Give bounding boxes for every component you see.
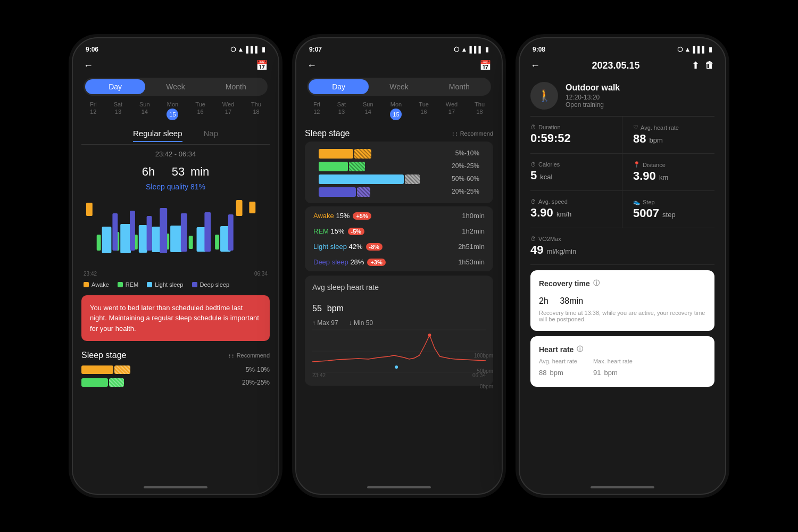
avg-hr-card-val: 88 bpm: [539, 364, 577, 378]
sleep-duration: 6h 53 min: [73, 158, 278, 180]
metric-speed: ⏱ Avg. speed 3.90 km/h: [530, 191, 622, 228]
battery-icon: ▮: [262, 46, 265, 53]
hr-value: 55 bpm: [312, 294, 486, 316]
sleep-tab-regular[interactable]: Regular sleep: [133, 129, 182, 142]
scroll-area-3[interactable]: 🚶 Outdoor walk 12:20-13:20 Open training…: [520, 76, 725, 481]
phones-container: 9:06 ⬡ ▲ ▌▌▌ ▮ ← 📅 Day Week Month Fri12 …: [72, 37, 726, 495]
stage-row-2-1: 5%-10%: [310, 147, 488, 160]
svg-rect-8: [215, 235, 219, 250]
tab-day-2[interactable]: Day: [309, 79, 369, 94]
signal-icon-2: ▌▌▌: [469, 46, 483, 53]
day-mon-today-2[interactable]: Mon15: [390, 101, 402, 120]
stat-deep-2: Deep sleep 28%+3% 1h53min: [313, 258, 485, 266]
day-sat[interactable]: Sat13: [114, 101, 123, 120]
tab-week-2[interactable]: Week: [369, 79, 429, 94]
stage-row-2-4: 20%-25%: [310, 185, 488, 198]
phone-1: 9:06 ⬡ ▲ ▌▌▌ ▮ ← 📅 Day Week Month Fri12 …: [72, 37, 279, 495]
sleep-stage-header-2: Sleep stage ⫶⫶ Recommend: [296, 123, 502, 142]
workout-title: Outdoor walk: [566, 83, 714, 93]
metric-distance: 📍 Distance 3.90 km: [622, 154, 714, 191]
day-fri[interactable]: Fri12: [90, 101, 97, 120]
duration-minutes: 53: [172, 165, 185, 178]
metric-vo2: ⏱ VO2Max 49 ml/kg/min: [530, 228, 622, 265]
workout-type: Open training: [566, 101, 714, 109]
day-wed-2[interactable]: Wed17: [446, 101, 458, 120]
svg-rect-19: [160, 208, 167, 253]
tab-day-1[interactable]: Day: [85, 79, 145, 94]
duration-unit: min: [190, 165, 209, 178]
phone-3-content: ← 2023.05.15 ⬆ 🗑 🚶 Outdoor walk 12:20-13…: [520, 55, 725, 481]
metrics-grid: ⏱ Duration 0:59:52 ♡ Avg. heart rate 88 …: [520, 117, 725, 265]
distance-value: 3.90 km: [633, 169, 714, 183]
phone-1-content: ← 📅 Day Week Month Fri12 Sat13 Sun14 Mon…: [73, 55, 278, 481]
back-icon-1[interactable]: ←: [84, 60, 93, 71]
recommend-label-1: ⫶⫶ Recommend: [228, 352, 270, 359]
legend-deep: Deep sleep: [192, 281, 230, 288]
stat-rem-2: REM 15%-5% 1h2min: [313, 227, 485, 235]
svg-rect-13: [170, 226, 182, 252]
sleep-tabs: Regular sleep Nap: [81, 123, 270, 145]
scroll-area-2[interactable]: Sleep stage ⫶⫶ Recommend: [296, 123, 502, 481]
scroll-area-1[interactable]: 23:42 - 06:34 6h 53 min Sleep quality 81…: [73, 145, 278, 481]
day-tue[interactable]: Tue16: [195, 101, 205, 120]
hr-section-2: Avg sleep heart rate 55 bpm ↑ Max 97 ↓ M…: [305, 276, 493, 386]
steps-value: 5007 step: [633, 206, 714, 220]
duration-hours: 6h: [142, 165, 155, 178]
status-icons-2: ⬡ ▲ ▌▌▌ ▮: [454, 46, 489, 53]
hr-minmax: ↑ Max 97 ↓ Min 50: [312, 319, 486, 327]
recovery-title: Recovery time ⓘ: [539, 279, 706, 288]
battery-icon-3: ▮: [709, 46, 712, 53]
day-sun[interactable]: Sun14: [139, 101, 150, 120]
day-fri-2[interactable]: Fri12: [313, 101, 320, 120]
day-sat-2[interactable]: Sat13: [337, 101, 346, 120]
hr-chart: [312, 330, 486, 372]
metric-duration: ⏱ Duration 0:59:52: [530, 117, 622, 154]
day-sun-2[interactable]: Sun14: [363, 101, 373, 120]
signal-icon: ▌▌▌: [246, 46, 260, 53]
week-days-2: Fri12 Sat13 Sun14 Mon15 Tue16 Wed17 Thu1…: [296, 98, 502, 123]
delete-icon[interactable]: 🗑: [705, 60, 714, 71]
calendar-icon-1[interactable]: 📅: [256, 60, 268, 71]
sleep-tab-nap[interactable]: Nap: [204, 129, 219, 142]
hr-card: Heart rate ⓘ Avg. heart rate 88 bpm Max.…: [530, 336, 714, 387]
tab-week-1[interactable]: Week: [145, 79, 205, 94]
phone-2-content: ← 📅 Day Week Month Fri12 Sat13 Sun14 Mon…: [296, 55, 502, 481]
day-tue-2[interactable]: Tue16: [419, 101, 429, 120]
nav-bar-1: ← 📅: [73, 55, 278, 76]
tab-month-1[interactable]: Month: [206, 79, 266, 94]
workout-card: 🚶 Outdoor walk 12:20-13:20 Open training: [520, 76, 725, 116]
day-thu[interactable]: Thu18: [251, 101, 261, 120]
bluetooth-icon-3: ⬡: [677, 46, 683, 53]
svg-rect-20: [181, 213, 187, 252]
sleep-chart: 23:42 06:34: [84, 197, 268, 272]
heart-icon: ♡: [633, 124, 638, 131]
status-time-3: 9:08: [533, 46, 545, 53]
metric-avg-hr: ♡ Avg. heart rate 88 bpm: [622, 117, 714, 154]
svg-rect-3: [97, 235, 101, 251]
calendar-icon-2[interactable]: 📅: [479, 60, 491, 71]
svg-rect-22: [228, 214, 234, 251]
back-icon-3[interactable]: ←: [530, 60, 540, 71]
stat-awake-2: Awake 15%+5% 1h0min: [313, 212, 485, 220]
back-icon-2[interactable]: ←: [307, 60, 317, 71]
status-bar-2: 9:07 ⬡ ▲ ▌▌▌ ▮: [296, 38, 502, 55]
sleep-quality: Sleep quality 81%: [73, 182, 278, 191]
week-days-1: Fri12 Sat13 Sun14 Mon15 Tue16 Wed17 Thu1…: [73, 98, 278, 123]
workout-info: Outdoor walk 12:20-13:20 Open training: [566, 83, 714, 109]
metric-calories: ⏱ Calories 5 kcal: [530, 154, 622, 191]
location-icon: 📍: [633, 161, 641, 168]
workout-time: 12:20-13:20: [566, 94, 714, 101]
status-bar-3: 9:08 ⬡ ▲ ▌▌▌ ▮: [520, 38, 725, 55]
day-wed[interactable]: Wed17: [222, 101, 234, 120]
day-thu-2[interactable]: Thu18: [475, 101, 485, 120]
tab-month-2[interactable]: Month: [429, 79, 489, 94]
svg-rect-17: [130, 211, 135, 251]
wifi-icon: ▲: [238, 46, 244, 53]
avg-hr-card: Avg. heart rate 88 bpm: [539, 358, 577, 378]
svg-point-26: [428, 334, 431, 337]
legend-light: Light sleep: [147, 281, 183, 288]
speed-value: 3.90 km/h: [530, 206, 611, 220]
share-icon[interactable]: ⬆: [692, 60, 700, 71]
legend-awake: Awake: [84, 281, 109, 288]
day-mon-today[interactable]: Mon15: [167, 101, 178, 120]
